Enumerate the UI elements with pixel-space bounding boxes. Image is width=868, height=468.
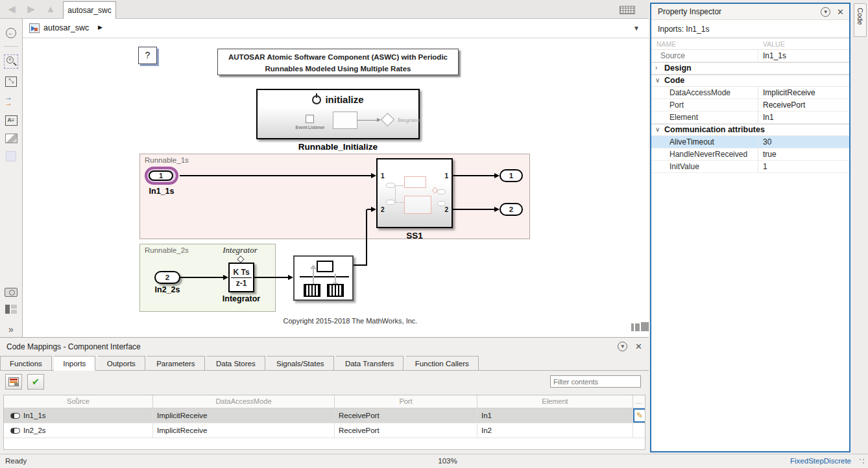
pi-row-source[interactable]: Source In1_1s	[651, 50, 849, 62]
breadcrumb-model-name[interactable]: autosar_swc	[43, 23, 89, 32]
pi-minimize-icon[interactable]: ▼	[821, 7, 830, 17]
pi-row-handleneverreceived[interactable]: HandleNeverReceived true	[651, 148, 849, 161]
keyboard-icon[interactable]	[620, 6, 635, 14]
ss1-subsystem-block[interactable]: 1 2 1 2	[376, 158, 453, 228]
help-block[interactable]: ?	[138, 47, 157, 64]
tab-parameters[interactable]: Parameters	[147, 356, 204, 371]
chevron-down-icon: ∨	[655, 76, 660, 84]
tab-functions[interactable]: Functions	[0, 356, 52, 371]
runnable-1s-area[interactable]: Runnable_1s	[139, 154, 530, 239]
tab-autosar-swc[interactable]: autosar_swc	[63, 1, 116, 19]
resize-grip-icon[interactable]	[859, 458, 865, 465]
inport-in1-1s-block[interactable]: 1	[145, 167, 178, 185]
inport-icon	[10, 413, 20, 419]
close-panel-icon[interactable]: ✕	[635, 342, 642, 351]
edit-pencil-icon[interactable]: ✎	[633, 408, 645, 423]
integrator-label: Integrator	[209, 294, 274, 303]
breadcrumb: autosar_swc ▶ ▼	[23, 19, 649, 38]
tab-function-callers[interactable]: Function Callers	[406, 356, 479, 371]
column-port[interactable]: Port	[335, 395, 477, 408]
back-arrow-icon[interactable]: ◀	[4, 3, 19, 16]
property-inspector-title: Property Inspector	[658, 7, 721, 16]
ss1-label: SS1	[376, 231, 453, 240]
rate-transition-block[interactable]	[293, 255, 354, 301]
minimize-panel-icon[interactable]: ▼	[618, 342, 627, 351]
runnable-initialize-block[interactable]: initialize Event Listener Integrator	[256, 89, 420, 139]
mapping-table-icon	[8, 377, 19, 386]
area-icon[interactable]	[6, 151, 16, 161]
sort-asc-icon: ˄	[76, 393, 79, 405]
init-diamond-label: Integrator	[398, 117, 420, 123]
pi-row-initvalue[interactable]: InitValue 1	[651, 161, 849, 173]
tab-outports[interactable]: Outports	[98, 356, 145, 371]
tab-data-transfers[interactable]: Data Transfers	[336, 356, 404, 371]
pi-section-code[interactable]: ∨ Code	[651, 75, 849, 87]
event-listener-block	[306, 115, 314, 123]
update-mappings-button[interactable]	[5, 374, 22, 390]
up-arrow-icon[interactable]: ▲	[43, 3, 58, 16]
status-bar: Ready 103% FixedStepDiscrete	[0, 454, 868, 468]
table-row-in1-1s[interactable]: In1_1s ImplicitReceive ReceivePort In1 ✎	[4, 408, 645, 423]
breadcrumb-caret-icon[interactable]: ▶	[98, 24, 102, 30]
code-mappings-tab-strip: Functions Inports Outports Parameters Da…	[0, 356, 649, 371]
pi-section-communication-attributes[interactable]: ∨ Communication attributes	[651, 124, 849, 136]
tab-inports[interactable]: Inports	[54, 356, 95, 371]
pi-row-port[interactable]: Port ReceivePort	[651, 99, 849, 111]
validate-mappings-button[interactable]: ✔	[27, 374, 44, 390]
pi-row-alivetimeout[interactable]: AliveTimeout 30	[651, 136, 849, 148]
inport-icon	[10, 428, 20, 434]
tab-data-stores[interactable]: Data Stores	[207, 356, 265, 371]
hide-browser-icon[interactable]: ←	[6, 28, 16, 38]
document-tab-bar: ◀ ▶ ▲ autosar_swc	[0, 0, 649, 19]
runnable-initialize-label: Runnable_Initialize	[256, 142, 420, 152]
code-mappings-title: Code Mappings - Component Interface	[6, 342, 141, 351]
annotation-icon[interactable]: A≡	[5, 115, 18, 126]
copyright-annotation: Copyright 2015-2018 The MathWorks, Inc.	[237, 317, 464, 325]
image-icon[interactable]	[5, 134, 18, 143]
chevron-down-icon: ∨	[655, 126, 660, 133]
model-icon	[29, 23, 40, 33]
integrator-block[interactable]: K Ts z-1	[228, 263, 254, 292]
column-more[interactable]: ...	[633, 395, 645, 408]
runnable-2s-area-label: Runnable_2s	[145, 246, 189, 254]
code-mappings-panel: Code Mappings - Component Interface ▼ ✕ …	[0, 337, 649, 454]
canvas-corner-grip-icon[interactable]	[631, 322, 649, 331]
property-inspector-panel: Property Inspector ▼ ✕ Inports: In1_1s N…	[650, 3, 850, 452]
inport-in1-1s-label: In1_1s	[141, 187, 182, 196]
filter-contents-input[interactable]	[550, 375, 641, 388]
power-icon	[312, 95, 321, 104]
status-zoom-level: 103%	[0, 457, 868, 465]
pi-grid-header: NAME VALUE	[651, 38, 849, 50]
forward-arrow-icon[interactable]: ▶	[23, 3, 39, 16]
model-canvas[interactable]: ? AUTOSAR Atomic Software Component (ASW…	[23, 38, 649, 337]
pi-close-icon[interactable]: ✕	[837, 7, 844, 17]
zoom-tool-icon[interactable]: +	[4, 54, 18, 69]
title-annotation[interactable]: AUTOSAR Atomic Software Component (ASWC)…	[217, 49, 459, 75]
check-icon: ✔	[28, 375, 43, 389]
runnable-1s-area-label: Runnable_1s	[145, 156, 189, 164]
code-side-tab[interactable]: Code	[854, 3, 867, 37]
inport-in2-2s-block[interactable]: 2	[154, 271, 180, 284]
outport-2-block[interactable]: 2	[500, 203, 523, 216]
inport-in2-2s-label: In2_2s	[149, 285, 186, 294]
tab-signals-states[interactable]: Signals/States	[267, 356, 334, 371]
breadcrumb-dropdown-icon[interactable]: ▼	[633, 25, 640, 32]
column-source[interactable]: ˄Source	[4, 395, 153, 408]
divider	[4, 46, 18, 47]
column-dataaccessmode[interactable]: DataAccessMode	[153, 395, 335, 408]
screenshot-icon[interactable]	[5, 288, 18, 297]
pi-row-element[interactable]: Element In1	[651, 111, 849, 124]
pi-row-dataaccessmode[interactable]: DataAccessMode ImplicitReceive	[651, 87, 849, 99]
chevron-right-icon: ›	[655, 64, 657, 71]
outport-1-block[interactable]: 1	[500, 169, 523, 182]
column-element[interactable]: Element	[477, 395, 633, 408]
init-diamond	[381, 113, 394, 126]
pi-section-design[interactable]: › Design	[651, 62, 849, 75]
table-row-in2-2s[interactable]: In2_2s ImplicitReceive ReceivePort In2	[4, 423, 645, 438]
solver-link[interactable]: FixedStepDiscrete	[790, 457, 851, 465]
model-data-icon[interactable]	[5, 305, 17, 315]
expand-palette-icon[interactable]: »	[8, 324, 14, 334]
table-header-row: ˄Source DataAccessMode Port Element ...	[4, 395, 645, 408]
fit-to-view-icon[interactable]	[5, 76, 17, 87]
signal-routing-icon[interactable]: →→	[5, 95, 18, 108]
